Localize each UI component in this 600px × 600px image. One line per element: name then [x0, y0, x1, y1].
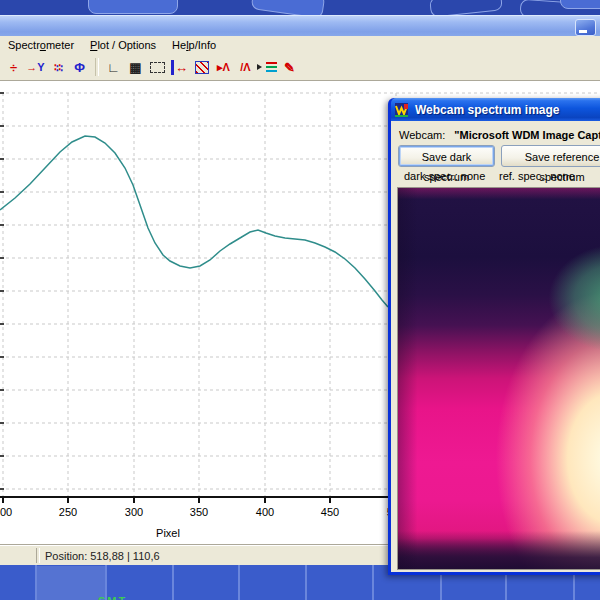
axes-icon[interactable]: ∟ [103, 57, 124, 77]
save-dark-spectrum-button[interactable]: Save dark spectrum [398, 145, 495, 167]
autoscale-y-icon[interactable]: ÷ [3, 57, 24, 77]
position-readout: Position: 518,88 | 110,6 [40, 550, 160, 562]
dashed-rect [150, 62, 165, 73]
desktop: SMT Spectrometer Plot / Options Help/Inf… [0, 0, 600, 600]
x-tick-label: 200 [0, 506, 12, 518]
zoom-box-icon[interactable] [147, 57, 168, 77]
toolbar-separator [95, 58, 99, 76]
toolbar: ÷ →Y ∷ Φ ∟ ▦ ↔ ▸Λ /Λ ✎ [0, 54, 600, 81]
x-range-glyph: ↔ [171, 60, 188, 75]
x-tick-label: 400 [256, 506, 274, 518]
webcam-device-row: Webcam:"Microsoft WDM Image Capture (V [399, 129, 600, 141]
data-list-icon[interactable] [257, 57, 278, 77]
ref-spec-status: ref. spec.: none [499, 170, 575, 182]
dialog-body: Webcam:"Microsoft WDM Image Capture (V S… [391, 121, 600, 572]
minimize-icon [579, 30, 587, 33]
title-bar[interactable] [0, 15, 600, 37]
x-tick-label: 450 [321, 506, 339, 518]
wallpaper-shape [88, 0, 178, 14]
wallpaper-grid-line [305, 564, 307, 600]
wallpaper-top [0, 0, 600, 15]
scale-y-axis-icon[interactable]: →Y [25, 57, 46, 77]
dark-spec-status: dark spec.: none [404, 170, 485, 182]
wallpaper-shape [429, 0, 503, 15]
menu-spectrometer[interactable]: Spectrometer [0, 38, 82, 53]
grid-icon[interactable]: ▦ [125, 57, 146, 77]
x-tick-label: 300 [125, 506, 143, 518]
hatch-square [195, 61, 209, 74]
one-to-one-icon[interactable]: ∷ [47, 57, 68, 77]
peak-fit-icon[interactable]: /Λ [235, 57, 256, 77]
webcam-spectrum-image[interactable] [397, 187, 600, 570]
edit-plot-icon[interactable]: ✎ [279, 57, 300, 77]
wallpaper-grid-line [35, 564, 37, 600]
desktop-icon-label[interactable]: SMT [98, 595, 127, 600]
menu-help-info[interactable]: Help/Info [164, 38, 224, 53]
dialog-title-bar[interactable]: Webcam spectrum image [391, 98, 600, 121]
minimize-button[interactable] [575, 19, 596, 36]
menu-bar: Spectrometer Plot / Options Help/Info [0, 36, 600, 55]
wallpaper-grid-line [372, 564, 374, 600]
peak-search-icon[interactable]: ▸Λ [213, 57, 234, 77]
webcam-app-icon [395, 103, 411, 117]
x-tick-label: 250 [59, 506, 77, 518]
wallpaper-grid-line [238, 564, 240, 600]
webcam-label: Webcam: [399, 129, 445, 141]
x-axis-title: Pixel [156, 527, 180, 539]
hatch-fill-icon[interactable] [191, 57, 212, 77]
menu-plot-options[interactable]: Plot / Options [82, 38, 164, 53]
phi-icon[interactable]: Φ [69, 57, 90, 77]
save-reference-spectrum-button[interactable]: Save reference spectrum [501, 145, 600, 167]
wallpaper-shape [251, 0, 326, 15]
x-tick-label: 350 [190, 506, 208, 518]
x-range-icon[interactable]: ↔ [169, 57, 190, 77]
dialog-title: Webcam spectrum image [415, 103, 560, 117]
webcam-device-name: "Microsoft WDM Image Capture (V [454, 129, 600, 141]
webcam-dialog: Webcam spectrum image Webcam:"Microsoft … [388, 98, 600, 575]
wallpaper-grid-cell [37, 566, 105, 600]
wallpaper-grid-line [172, 564, 174, 600]
wallpaper-shape [560, 0, 600, 9]
